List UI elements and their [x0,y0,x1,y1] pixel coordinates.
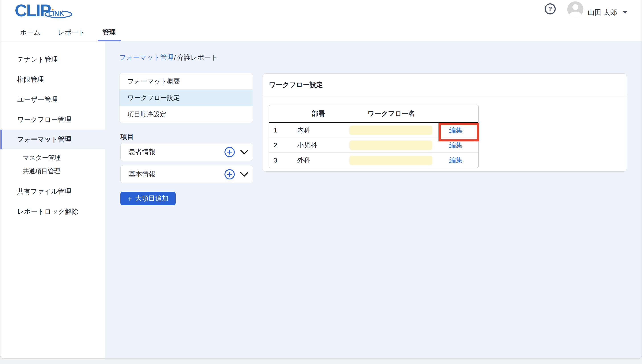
chevron-down-icon[interactable] [240,172,249,177]
row-department: 外科 [287,156,349,165]
admin-sidebar: テナント管理 権限管理 ユーザー管理 ワークフロー管理 フォーマット管理 マスタ… [1,42,105,358]
sidebar-item-common-items[interactable]: 共通項目管理 [1,164,105,178]
avatar-body [569,12,582,17]
breadcrumb: フォーマット管理/介護レポート [119,53,218,62]
sidebar-item-workflow[interactable]: ワークフロー管理 [1,110,105,130]
avatar[interactable] [567,1,583,17]
logo-i-dot [52,9,54,10]
header-workflow-name: ワークフロー名 [349,109,433,118]
plus-icon: + [127,195,132,202]
logo-link-wrap: LıNK [47,9,70,19]
menu-item-format-overview[interactable]: フォーマット概要 [119,73,253,90]
format-menu-card: フォーマット概要 ワークフロー設定 項目順序設定 [119,73,253,123]
sidebar-item-report-unlock[interactable]: レポートロック解除 [1,202,105,222]
accordion-label: 基本情報 [129,170,155,179]
add-major-item-button[interactable]: + 大項目追加 [120,192,176,205]
edit-link[interactable]: 編集 [449,156,463,164]
avatar-head [572,4,578,10]
add-major-item-label: 大項目追加 [135,194,168,203]
app-window: CLIP LıNK ? 山田 太郎 ホーム レポート 管理 テナント管理 権限管… [0,0,642,359]
logo-text-link: LıNK [48,10,64,17]
add-item-icon[interactable] [224,147,235,158]
breadcrumb-link-format[interactable]: フォーマット管理 [119,54,174,61]
panel-divider [263,96,627,96]
sidebar-item-format[interactable]: フォーマット管理 [1,130,105,150]
accordion-patient-info[interactable]: 患者情報 [120,143,253,161]
workflow-name-field[interactable] [349,140,432,150]
row-department: 内科 [287,126,349,135]
row-number: 3 [269,156,287,164]
breadcrumb-separator: / [174,54,176,61]
menu-item-workflow-settings[interactable]: ワークフロー設定 [119,90,253,106]
tab-home[interactable]: ホーム [15,24,45,41]
table-row: 3 外科 編集 [269,153,478,168]
accordion-label: 患者情報 [129,148,155,156]
add-item-icon[interactable] [224,169,235,180]
workflow-panel-title: ワークフロー設定 [269,74,323,96]
sidebar-item-user[interactable]: ユーザー管理 [1,90,105,110]
row-number: 2 [269,141,287,149]
edit-link[interactable]: 編集 [449,141,463,149]
clip-link-logo[interactable]: CLIP LıNK [15,2,82,22]
breadcrumb-current: 介護レポート [177,54,218,61]
table-row: 2 小児科 編集 [269,138,478,153]
sidebar-item-master[interactable]: マスター管理 [1,151,105,164]
tab-admin[interactable]: 管理 [98,24,121,41]
row-department: 小児科 [287,141,349,150]
menu-item-item-order[interactable]: 項目順序設定 [119,106,253,123]
table-row: 1 内科 編集 [269,123,478,138]
workflow-name-field[interactable] [349,126,432,135]
main-content: フォーマット管理/介護レポート フォーマット概要 ワークフロー設定 項目順序設定… [105,42,641,358]
workflow-table: 部署 ワークフロー名 1 内科 編集 2 小児科 編集 3 [269,105,479,168]
workflow-settings-panel: ワークフロー設定 部署 ワークフロー名 1 内科 編集 2 小児科 [263,74,627,172]
sidebar-item-shared-files[interactable]: 共有ファイル管理 [1,182,105,202]
chevron-down-icon[interactable] [623,11,627,14]
workflow-table-header: 部署 ワークフロー名 [269,105,478,123]
sidebar-item-tenant[interactable]: テナント管理 [1,50,105,70]
sidebar-item-permission[interactable]: 権限管理 [1,70,105,90]
items-section-title: 項目 [120,132,134,141]
user-menu[interactable]: 山田 太郎 [588,6,617,19]
primary-tabs: ホーム レポート 管理 [15,24,121,41]
tab-report[interactable]: レポート [53,24,90,41]
top-header: CLIP LıNK ? 山田 太郎 ホーム レポート 管理 [1,0,641,42]
workflow-name-field[interactable] [349,156,432,165]
header-department: 部署 [287,109,349,118]
chevron-down-icon[interactable] [240,150,249,155]
accordion-basic-info[interactable]: 基本情報 [120,165,253,183]
help-icon[interactable]: ? [545,3,556,14]
row-number: 1 [269,126,287,134]
edit-link[interactable]: 編集 [449,126,463,134]
